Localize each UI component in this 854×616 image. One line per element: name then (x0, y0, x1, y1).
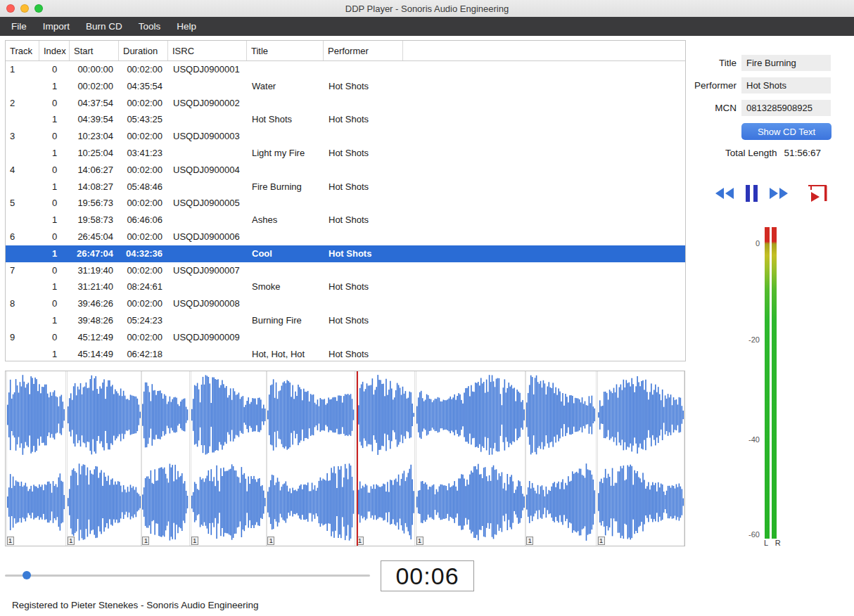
cell-title: Water (247, 78, 324, 95)
track-table-header: TrackIndexStartDurationISRCTitlePerforme… (6, 41, 685, 61)
waveform-graphic (267, 371, 355, 546)
table-row[interactable]: 104:39:5405:43:25Hot ShotsHot Shots (6, 111, 685, 128)
table-row[interactable]: 2004:37:5400:02:00USQDJ0900002 (6, 95, 685, 112)
cell-performer: Hot Shots (324, 346, 403, 361)
pause-button[interactable] (746, 185, 758, 202)
cell-track (6, 179, 39, 195)
table-row[interactable]: 3010:23:0400:02:00USQDJ0900003 (6, 128, 685, 145)
cell-start: 31:21:40 (70, 278, 119, 295)
menu-item-file[interactable]: File (11, 21, 27, 32)
cell-title (247, 195, 324, 212)
table-row[interactable]: 1000:00:0000:02:00USQDJ0900001 (6, 61, 685, 78)
performer-field[interactable] (741, 77, 831, 94)
meter-scale: 0-20-40-60 (725, 227, 760, 539)
cell-duration: 00:02:00 (119, 162, 168, 179)
cell-track: 4 (6, 162, 39, 179)
performer-field-label: Performer (680, 80, 737, 91)
waveform-segment[interactable] (525, 371, 596, 546)
cell-track: 5 (6, 195, 39, 212)
play-to-end-button[interactable] (807, 184, 829, 203)
playhead[interactable] (357, 371, 358, 546)
table-row[interactable]: 131:21:4008:24:61SmokeHot Shots (6, 278, 685, 295)
cell-filler (403, 229, 685, 245)
table-row[interactable]: 119:58:7306:46:06AshesHot Shots (6, 212, 685, 229)
cell-track (6, 346, 39, 361)
menu-item-tools[interactable]: Tools (139, 21, 161, 32)
waveform-segment[interactable] (356, 371, 415, 546)
index-marker: 1 (142, 537, 149, 545)
time-display: 00:06 (381, 560, 474, 591)
cell-title: Light my Fire (247, 145, 324, 162)
cell-isrc (168, 212, 247, 229)
cell-duration: 03:41:23 (119, 145, 168, 162)
table-row[interactable]: 7031:19:4000:02:00USQDJ0900007 (6, 262, 685, 279)
menu-item-help[interactable]: Help (177, 21, 196, 32)
table-row[interactable]: 9045:12:4900:02:00USQDJ0900009 (6, 329, 685, 346)
waveform-panel[interactable]: 111111111 (5, 371, 685, 546)
seek-slider-knob[interactable] (23, 571, 31, 579)
waveform-segment[interactable] (597, 371, 684, 546)
cell-filler (403, 145, 685, 162)
table-row[interactable]: 5019:56:7300:02:00USQDJ0900005 (6, 195, 685, 212)
cell-title (247, 229, 324, 245)
cell-filler (403, 162, 685, 179)
column-header-index[interactable]: Index (39, 41, 70, 60)
cell-filler (403, 61, 685, 78)
column-header-start[interactable]: Start (70, 41, 119, 60)
mcn-field[interactable] (741, 100, 831, 116)
seek-slider-track[interactable] (5, 575, 370, 577)
waveform-segment[interactable] (416, 371, 525, 546)
cell-track: 2 (6, 95, 39, 112)
cell-isrc (168, 312, 247, 329)
cell-performer: Hot Shots (324, 78, 403, 95)
waveform-segment[interactable] (141, 371, 190, 546)
cell-track (6, 111, 39, 128)
title-bar: DDP Player - Sonoris Audio Engineering (0, 0, 854, 17)
table-row[interactable]: 110:25:0403:41:23Light my FireHot Shots (6, 145, 685, 162)
cell-title (247, 162, 324, 179)
table-row[interactable]: 145:14:4906:42:18Hot, Hot, HotHot Shots (6, 346, 685, 361)
cell-track: 6 (6, 229, 39, 245)
registration-status: Registered to Pieter Stenekes - Sonoris … (12, 600, 258, 610)
fast-forward-button[interactable] (769, 187, 789, 200)
table-row[interactable]: 126:47:0404:32:36CoolHot Shots (6, 245, 685, 262)
index-marker: 1 (68, 537, 75, 545)
cell-track (6, 245, 39, 262)
cell-isrc: USQDJ0900006 (168, 229, 247, 245)
cell-index: 0 (39, 95, 70, 112)
table-row[interactable]: 6026:45:0400:02:00USQDJ0900006 (6, 229, 685, 245)
level-meter-left-bar (765, 227, 770, 539)
table-row[interactable]: 8039:46:2600:02:00USQDJ0900008 (6, 295, 685, 312)
waveform-segment[interactable] (6, 371, 66, 546)
column-header-track[interactable]: Track (6, 41, 39, 60)
cell-isrc: USQDJ0900001 (168, 61, 247, 78)
cell-isrc (168, 179, 247, 195)
waveform-segment[interactable] (67, 371, 141, 546)
column-header-isrc[interactable]: ISRC (168, 41, 247, 60)
column-header-duration[interactable]: Duration (119, 41, 168, 60)
menu-item-import[interactable]: Import (43, 21, 70, 32)
cell-track (6, 312, 39, 329)
cell-index: 0 (39, 162, 70, 179)
cell-filler (403, 295, 685, 312)
cell-isrc: USQDJ0900008 (168, 295, 247, 312)
menu-bar: FileImportBurn CDToolsHelp (0, 17, 854, 36)
title-field[interactable] (741, 55, 831, 71)
cell-duration: 00:02:00 (119, 95, 168, 112)
table-row[interactable]: 4014:06:2700:02:00USQDJ0900004 (6, 162, 685, 179)
cell-track: 9 (6, 329, 39, 346)
table-row[interactable]: 100:02:0004:35:54WaterHot Shots (6, 78, 685, 95)
index-marker: 1 (267, 537, 274, 545)
rewind-button[interactable] (715, 187, 734, 200)
column-header-performer[interactable]: Performer (324, 41, 403, 60)
waveform-segment[interactable] (191, 371, 267, 546)
cell-index: 1 (39, 346, 70, 361)
waveform-segment[interactable] (267, 371, 355, 546)
show-cd-text-button[interactable]: Show CD Text (741, 123, 831, 140)
table-row[interactable]: 139:48:2605:24:23Burning FireHot Shots (6, 312, 685, 329)
column-header-title[interactable]: Title (247, 41, 324, 60)
menu-item-burn-cd[interactable]: Burn CD (86, 21, 122, 32)
cell-duration: 00:02:00 (119, 262, 168, 279)
cell-track (6, 212, 39, 229)
table-row[interactable]: 114:08:2705:48:46Fire BurningHot Shots (6, 179, 685, 195)
